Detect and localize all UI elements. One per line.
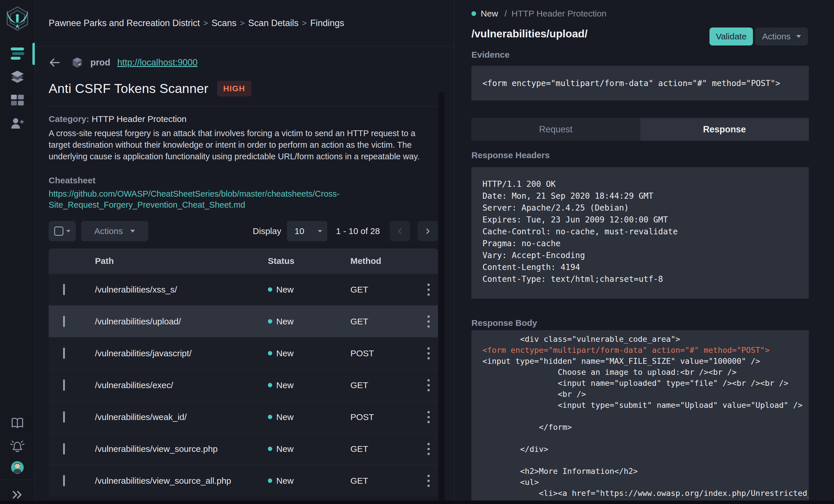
evidence-code: <form enctype="multipart/form-data" acti… xyxy=(471,66,809,101)
vertical-scrollbar[interactable] xyxy=(438,92,445,504)
sidebar-divider xyxy=(0,480,35,480)
response-body-code: <div class="vulnerable_code_area"><form … xyxy=(471,330,809,504)
row-path: /vulnerabilities/exec/ xyxy=(95,380,268,390)
row-method: POST xyxy=(350,348,419,358)
evidence-label: Evidence xyxy=(471,50,510,60)
row-menu-button[interactable] xyxy=(419,379,438,391)
row-status: New xyxy=(276,316,294,326)
breadcrumb-item[interactable]: Pawnee Parks and Recreation District xyxy=(49,18,200,28)
column-path: Path xyxy=(95,256,268,266)
breadcrumb-item[interactable]: Scan Details xyxy=(248,18,299,28)
row-checkbox[interactable] xyxy=(63,316,65,327)
select-all-dropdown[interactable] xyxy=(49,221,76,241)
sidebar-item-layers[interactable] xyxy=(0,69,35,85)
category-label: Category: xyxy=(49,114,89,124)
next-page-button[interactable]: › xyxy=(418,221,438,241)
tab-response[interactable]: Response xyxy=(640,118,809,141)
table-row[interactable]: /vulnerabilities/weak_id/ New POST xyxy=(49,401,438,433)
row-status: New xyxy=(276,412,294,422)
row-method: GET xyxy=(350,380,419,390)
pagination-controls: Display 10 1 - 10 of 28 ‹ › xyxy=(253,221,438,241)
detail-status-line: New / HTTP Header Protection xyxy=(471,9,607,19)
finding-title: Anti CSRF Tokens Scanner xyxy=(49,81,208,96)
column-method: Method xyxy=(350,256,419,266)
table-row[interactable]: /vulnerabilities/upload/ New GET xyxy=(49,305,438,337)
row-status: New xyxy=(276,476,294,486)
table-row[interactable]: /vulnerabilities/javascript/ New POST xyxy=(49,337,438,369)
page-size-select[interactable]: 10 xyxy=(287,221,327,241)
target-url-link[interactable]: http://localhost:9000 xyxy=(117,57,197,68)
cheatsheet-link[interactable]: https://github.com/OWASP/CheatSheetSerie… xyxy=(49,188,347,210)
findings-panel: Pawnee Parks and Recreation District>Sca… xyxy=(35,0,454,504)
breadcrumb-item[interactable]: Findings xyxy=(310,18,344,28)
header-line: HTTP/1.1 200 OK xyxy=(482,178,809,190)
tab-request[interactable]: Request xyxy=(471,118,640,141)
body-line xyxy=(482,411,809,422)
findings-table: Path Status Method /vulnerabilities/xss_… xyxy=(49,248,438,497)
sidebar-item-notifications[interactable] xyxy=(0,438,35,454)
sidebar-item-docs[interactable] xyxy=(0,415,35,431)
status-dot xyxy=(268,319,272,324)
row-method: GET xyxy=(350,476,419,486)
detail-actions-button[interactable]: Actions xyxy=(755,27,808,45)
cheatsheet-label: Cheatsheet xyxy=(49,176,95,185)
table-row[interactable]: /vulnerabilities/view_source.php New GET xyxy=(49,433,438,465)
user-avatar[interactable] xyxy=(11,461,24,474)
row-checkbox[interactable] xyxy=(63,411,65,423)
status-dot xyxy=(471,11,476,16)
body-line: <ul> xyxy=(482,477,809,488)
page-size-value: 10 xyxy=(294,226,304,236)
phoenix-logo-icon xyxy=(3,4,32,33)
menu-list-icon xyxy=(10,47,24,60)
body-line: <input name="uploaded" type="file" /><br… xyxy=(482,378,809,389)
row-checkbox[interactable] xyxy=(63,379,65,391)
layers-icon xyxy=(10,70,24,83)
body-line: <input type="submit" name="Upload" value… xyxy=(482,400,809,411)
response-headers-label: Response Headers xyxy=(471,150,550,160)
response-body-label: Response Body xyxy=(471,318,537,328)
row-menu-button[interactable] xyxy=(419,315,438,328)
row-path: /vulnerabilities/view_source_all.php xyxy=(95,476,268,486)
horizontal-scrollbar-track[interactable] xyxy=(0,501,834,504)
chevron-down-icon xyxy=(66,230,70,232)
status-dot xyxy=(268,479,272,483)
breadcrumb: Pawnee Parks and Recreation District>Sca… xyxy=(49,18,344,28)
request-response-tabs: Request Response xyxy=(471,118,809,141)
grid-icon xyxy=(10,94,24,106)
bulk-actions-button[interactable]: Actions xyxy=(81,221,148,241)
row-checkbox[interactable] xyxy=(63,284,65,295)
previous-page-button[interactable]: ‹ xyxy=(390,221,410,241)
row-checkbox[interactable] xyxy=(63,443,65,455)
row-menu-button[interactable] xyxy=(419,284,438,296)
row-status: New xyxy=(276,348,294,358)
row-menu-button[interactable] xyxy=(419,411,438,423)
chevrons-right-icon xyxy=(12,490,23,499)
sidebar-item-dashboard[interactable] xyxy=(0,92,35,108)
header-line: Date: Mon, 21 Sep 2020 18:44:29 GMT xyxy=(482,190,809,202)
breadcrumb-item[interactable]: Scans xyxy=(212,18,236,28)
select-all-checkbox[interactable] xyxy=(54,226,63,236)
sidebar-item-users[interactable] xyxy=(0,115,35,132)
row-menu-button[interactable] xyxy=(419,475,438,487)
breadcrumb-separator: > xyxy=(240,19,245,28)
row-status: New xyxy=(276,380,294,390)
breadcrumb-separator: > xyxy=(203,19,208,28)
table-row[interactable]: /vulnerabilities/view_source_all.php New… xyxy=(49,465,438,497)
table-row[interactable]: /vulnerabilities/xss_s/ New GET xyxy=(49,273,438,305)
validate-button[interactable]: Validate xyxy=(709,27,753,45)
body-line: <input type="hidden" name="MAX_FILE_SIZE… xyxy=(482,356,809,367)
sidebar-item-findings[interactable] xyxy=(0,45,35,62)
table-row[interactable]: /vulnerabilities/exec/ New GET xyxy=(49,369,438,401)
header-line: Server: Apache/2.4.25 (Debian) xyxy=(482,202,809,214)
finding-detail-panel: New / HTTP Header Protection /vulnerabil… xyxy=(454,0,834,504)
body-line: <li><a href="https://www.owasp.org/index… xyxy=(482,488,809,499)
findings-table-header: Path Status Method xyxy=(49,248,438,273)
finding-description: A cross-site request forgery is an attac… xyxy=(49,128,438,162)
row-status: New xyxy=(276,444,294,454)
row-menu-button[interactable] xyxy=(419,347,438,359)
title-divider xyxy=(49,106,438,106)
row-checkbox[interactable] xyxy=(63,348,65,359)
row-checkbox[interactable] xyxy=(63,475,65,486)
row-menu-button[interactable] xyxy=(419,443,438,455)
back-arrow-icon[interactable] xyxy=(49,57,60,68)
